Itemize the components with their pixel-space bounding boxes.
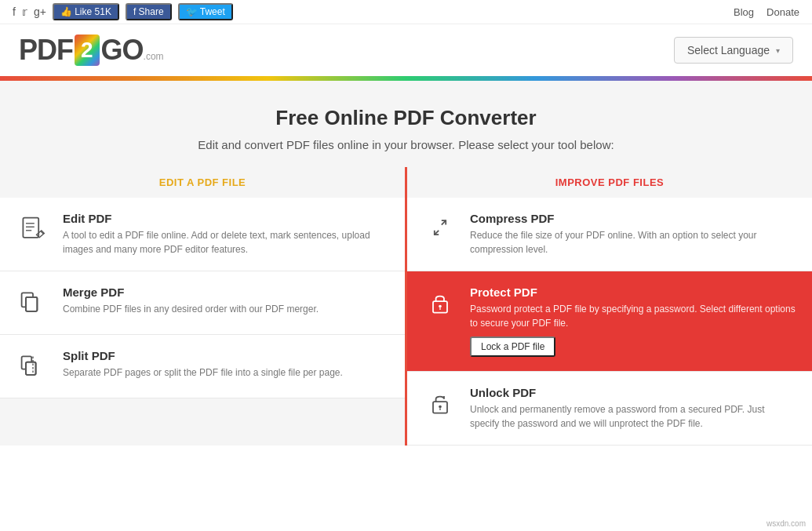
merge-pdf-icon [16, 286, 50, 320]
protect-pdf-icon [423, 286, 457, 320]
compress-pdf-desc: Reduce the file size of your PDF online.… [470, 228, 796, 256]
protect-pdf-title: Protect PDF [470, 286, 796, 299]
unlock-pdf-desc: Unlock and permanently remove a password… [470, 402, 796, 431]
edit-pdf-desc: A tool to edit a PDF file online. Add or… [63, 228, 389, 256]
blog-link[interactable]: Blog [734, 6, 754, 18]
edit-pdf-content: Edit PDF A tool to edit a PDF file onlin… [63, 212, 389, 256]
compress-pdf-item[interactable]: Compress PDF Reduce the file size of you… [407, 198, 812, 271]
logo-go: GO [101, 34, 144, 67]
tweet-label: 🐦 Tweet [186, 6, 225, 17]
gplus-icon[interactable]: g+ [34, 5, 46, 18]
compress-pdf-content: Compress PDF Reduce the file size of you… [470, 212, 796, 256]
unlock-pdf-icon [423, 386, 457, 420]
merge-pdf-content: Merge PDF Combine PDF files in any desir… [63, 286, 389, 316]
protect-pdf-item[interactable]: Protect PDF Password protect a PDF file … [407, 271, 812, 372]
left-column-header: EDIT A PDF FILE [0, 167, 405, 198]
facebook-share-button[interactable]: f Share [126, 3, 172, 20]
donate-link[interactable]: Donate [766, 6, 799, 18]
unlock-pdf-content: Unlock PDF Unlock and permanently remove… [470, 386, 796, 431]
top-bar: f 𝕣 g+ 👍 Like 51K f Share 🐦 Tweet Blog D… [0, 0, 812, 24]
merge-pdf-item[interactable]: Merge PDF Combine PDF files in any desir… [0, 271, 405, 335]
logo-com: .com [144, 51, 164, 62]
twitter-icon[interactable]: 𝕣 [22, 5, 27, 18]
lock-pdf-button[interactable]: Lock a PDF file [470, 336, 555, 357]
unlock-pdf-item[interactable]: Unlock PDF Unlock and permanently remove… [407, 372, 812, 446]
edit-pdf-title: Edit PDF [63, 212, 389, 225]
language-label: Select Language [687, 44, 770, 56]
unlock-pdf-title: Unlock PDF [470, 386, 796, 399]
header: PDF 2 GO .com Select Language ▾ [0, 24, 812, 76]
compress-pdf-title: Compress PDF [470, 212, 796, 225]
edit-pdf-item[interactable]: Edit PDF A tool to edit a PDF file onlin… [0, 198, 405, 271]
logo[interactable]: PDF 2 GO .com [19, 34, 164, 67]
share-label: f Share [133, 6, 164, 17]
hero-section: Free Online PDF Converter Edit and conve… [0, 81, 812, 167]
svg-rect-8 [26, 362, 36, 375]
protect-pdf-content: Protect PDF Password protect a PDF file … [470, 286, 796, 357]
protect-pdf-desc: Password protect a PDF file by specifyin… [470, 302, 796, 330]
hero-subtitle: Edit and convert PDF files online in you… [16, 138, 796, 151]
merge-pdf-desc: Combine PDF files in any desired order w… [63, 302, 389, 316]
like-label: 👍 Like 51K [60, 6, 111, 17]
logo-pdf: PDF [19, 34, 73, 67]
split-pdf-desc: Separate PDF pages or split the PDF file… [63, 366, 389, 380]
svg-point-14 [439, 305, 442, 308]
chevron-down-icon: ▾ [776, 46, 780, 55]
svg-rect-5 [26, 297, 37, 311]
top-bar-right: Blog Donate [734, 6, 799, 18]
split-pdf-item[interactable]: Split PDF Separate PDF pages or split th… [0, 335, 405, 398]
svg-point-17 [439, 406, 442, 409]
right-column: IMPROVE PDF FILES Compress PDF Reduce th… [407, 167, 812, 446]
main-content: EDIT A PDF FILE Edit PDF A tool to edit … [0, 167, 812, 446]
merge-pdf-title: Merge PDF [63, 286, 389, 299]
language-select-button[interactable]: Select Language ▾ [674, 37, 793, 64]
facebook-like-button[interactable]: 👍 Like 51K [53, 3, 119, 20]
hero-title: Free Online PDF Converter [16, 106, 796, 130]
right-column-header: IMPROVE PDF FILES [407, 167, 812, 198]
logo-2: 2 [75, 35, 100, 66]
facebook-icon[interactable]: f [13, 5, 16, 18]
top-bar-left: f 𝕣 g+ 👍 Like 51K f Share 🐦 Tweet [13, 3, 233, 20]
split-pdf-content: Split PDF Separate PDF pages or split th… [63, 349, 389, 380]
twitter-tweet-button[interactable]: 🐦 Tweet [178, 3, 233, 20]
left-column: EDIT A PDF FILE Edit PDF A tool to edit … [0, 167, 407, 446]
edit-pdf-icon [16, 212, 50, 246]
split-pdf-title: Split PDF [63, 349, 389, 362]
compress-pdf-icon [423, 212, 457, 246]
split-pdf-icon [16, 349, 50, 384]
